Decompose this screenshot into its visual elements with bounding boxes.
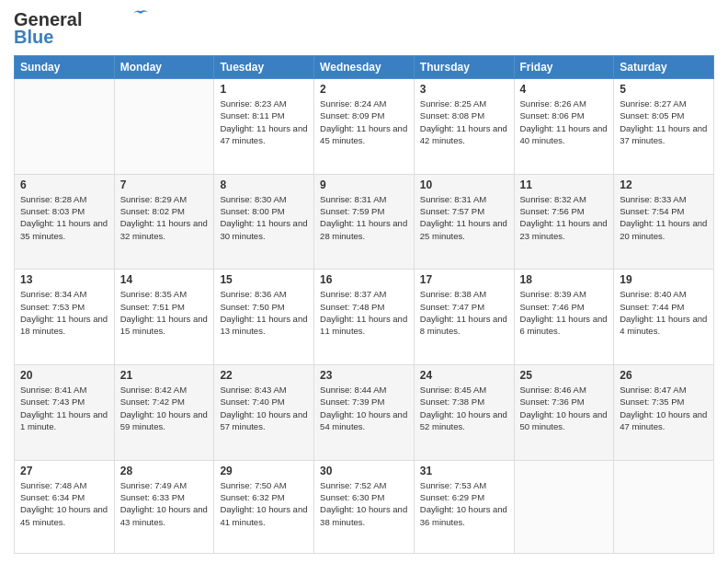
calendar-cell	[514, 460, 614, 553]
day-info: Sunrise: 8:28 AM Sunset: 8:03 PM Dayligh…	[20, 193, 108, 242]
calendar-cell: 20Sunrise: 8:41 AM Sunset: 7:43 PM Dayli…	[15, 364, 115, 460]
calendar-cell: 24Sunrise: 8:45 AM Sunset: 7:38 PM Dayli…	[414, 364, 514, 460]
calendar-cell: 12Sunrise: 8:33 AM Sunset: 7:54 PM Dayli…	[614, 174, 714, 270]
calendar-cell	[614, 460, 714, 553]
col-header-wednesday: Wednesday	[314, 56, 415, 79]
day-info: Sunrise: 8:26 AM Sunset: 8:06 PM Dayligh…	[520, 98, 609, 146]
day-number: 22	[220, 369, 308, 382]
calendar-cell: 30Sunrise: 7:52 AM Sunset: 6:30 PM Dayli…	[314, 460, 415, 553]
calendar-cell: 13Sunrise: 8:34 AM Sunset: 7:53 PM Dayli…	[15, 270, 115, 365]
calendar-cell	[15, 79, 115, 175]
day-info: Sunrise: 8:35 AM Sunset: 7:51 PM Dayligh…	[120, 288, 209, 337]
day-number: 9	[320, 178, 408, 191]
calendar-cell: 23Sunrise: 8:44 AM Sunset: 7:39 PM Dayli…	[314, 364, 415, 460]
calendar-week-row: 27Sunrise: 7:48 AM Sunset: 6:34 PM Dayli…	[15, 460, 714, 553]
day-number: 8	[220, 178, 308, 191]
day-number: 1	[220, 83, 308, 96]
logo-bird-icon	[131, 7, 150, 20]
day-number: 20	[20, 369, 108, 382]
calendar-cell: 1Sunrise: 8:23 AM Sunset: 8:11 PM Daylig…	[214, 79, 314, 175]
page: General Blue SundayMondayTuesdayWednesda…	[0, 0, 728, 563]
calendar-cell: 29Sunrise: 7:50 AM Sunset: 6:32 PM Dayli…	[214, 460, 314, 553]
day-info: Sunrise: 8:30 AM Sunset: 8:00 PM Dayligh…	[220, 193, 308, 242]
calendar-cell: 9Sunrise: 8:31 AM Sunset: 7:59 PM Daylig…	[314, 174, 415, 270]
calendar-cell: 25Sunrise: 8:46 AM Sunset: 7:36 PM Dayli…	[514, 364, 614, 460]
day-info: Sunrise: 7:49 AM Sunset: 6:33 PM Dayligh…	[120, 479, 209, 528]
day-info: Sunrise: 8:46 AM Sunset: 7:36 PM Dayligh…	[520, 384, 609, 432]
calendar-cell: 19Sunrise: 8:40 AM Sunset: 7:44 PM Dayli…	[614, 270, 714, 365]
day-number: 27	[20, 465, 108, 477]
day-info: Sunrise: 7:53 AM Sunset: 6:29 PM Dayligh…	[420, 479, 508, 528]
day-info: Sunrise: 8:43 AM Sunset: 7:40 PM Dayligh…	[220, 384, 308, 432]
calendar-cell: 17Sunrise: 8:38 AM Sunset: 7:47 PM Dayli…	[414, 270, 514, 365]
day-number: 28	[120, 465, 209, 477]
day-info: Sunrise: 8:32 AM Sunset: 7:56 PM Dayligh…	[520, 193, 609, 242]
day-info: Sunrise: 7:48 AM Sunset: 6:34 PM Dayligh…	[20, 479, 108, 528]
calendar-cell: 8Sunrise: 8:30 AM Sunset: 8:00 PM Daylig…	[214, 174, 314, 270]
day-number: 25	[520, 369, 609, 382]
calendar-week-row: 20Sunrise: 8:41 AM Sunset: 7:43 PM Dayli…	[15, 364, 714, 460]
day-info: Sunrise: 8:34 AM Sunset: 7:53 PM Dayligh…	[20, 288, 108, 337]
day-info: Sunrise: 8:38 AM Sunset: 7:47 PM Dayligh…	[420, 288, 508, 337]
day-number: 30	[320, 465, 408, 477]
calendar-cell: 15Sunrise: 8:36 AM Sunset: 7:50 PM Dayli…	[214, 270, 314, 365]
day-info: Sunrise: 8:23 AM Sunset: 8:11 PM Dayligh…	[220, 98, 308, 146]
day-number: 24	[420, 369, 508, 382]
day-info: Sunrise: 8:27 AM Sunset: 8:05 PM Dayligh…	[620, 98, 708, 146]
day-number: 10	[420, 178, 508, 191]
day-info: Sunrise: 8:45 AM Sunset: 7:38 PM Dayligh…	[420, 384, 508, 432]
day-number: 16	[320, 273, 408, 286]
calendar-week-row: 6Sunrise: 8:28 AM Sunset: 8:03 PM Daylig…	[15, 174, 714, 270]
day-info: Sunrise: 8:39 AM Sunset: 7:46 PM Dayligh…	[520, 288, 609, 337]
logo-blue: Blue	[14, 27, 53, 48]
day-number: 4	[520, 83, 609, 96]
day-number: 11	[520, 178, 609, 191]
calendar-cell: 2Sunrise: 8:24 AM Sunset: 8:09 PM Daylig…	[314, 79, 415, 175]
day-number: 2	[320, 83, 408, 96]
calendar-cell: 18Sunrise: 8:39 AM Sunset: 7:46 PM Dayli…	[514, 270, 614, 365]
header: General Blue	[14, 9, 714, 48]
day-info: Sunrise: 7:50 AM Sunset: 6:32 PM Dayligh…	[220, 479, 308, 528]
day-number: 18	[520, 273, 609, 286]
day-info: Sunrise: 8:25 AM Sunset: 8:08 PM Dayligh…	[420, 98, 508, 146]
day-info: Sunrise: 8:31 AM Sunset: 7:57 PM Dayligh…	[420, 193, 508, 242]
day-number: 7	[120, 178, 209, 191]
calendar-cell: 10Sunrise: 8:31 AM Sunset: 7:57 PM Dayli…	[414, 174, 514, 270]
day-info: Sunrise: 8:42 AM Sunset: 7:42 PM Dayligh…	[120, 384, 209, 432]
calendar-table: SundayMondayTuesdayWednesdayThursdayFrid…	[14, 55, 714, 554]
calendar-cell	[114, 79, 214, 175]
day-number: 23	[320, 369, 408, 382]
day-number: 13	[20, 273, 108, 286]
day-info: Sunrise: 8:33 AM Sunset: 7:54 PM Dayligh…	[620, 193, 708, 242]
col-header-thursday: Thursday	[414, 56, 514, 79]
day-info: Sunrise: 8:44 AM Sunset: 7:39 PM Dayligh…	[320, 384, 408, 432]
calendar-week-row: 13Sunrise: 8:34 AM Sunset: 7:53 PM Dayli…	[15, 270, 714, 365]
day-number: 5	[620, 83, 708, 96]
day-number: 31	[420, 465, 508, 477]
calendar-cell: 5Sunrise: 8:27 AM Sunset: 8:05 PM Daylig…	[614, 79, 714, 175]
calendar-cell: 4Sunrise: 8:26 AM Sunset: 8:06 PM Daylig…	[514, 79, 614, 175]
calendar-cell: 27Sunrise: 7:48 AM Sunset: 6:34 PM Dayli…	[15, 460, 115, 553]
day-number: 19	[620, 273, 708, 286]
calendar-cell: 22Sunrise: 8:43 AM Sunset: 7:40 PM Dayli…	[214, 364, 314, 460]
calendar-cell: 6Sunrise: 8:28 AM Sunset: 8:03 PM Daylig…	[15, 174, 115, 270]
day-info: Sunrise: 8:31 AM Sunset: 7:59 PM Dayligh…	[320, 193, 408, 242]
day-info: Sunrise: 8:41 AM Sunset: 7:43 PM Dayligh…	[20, 384, 108, 432]
day-number: 21	[120, 369, 209, 382]
calendar-cell: 28Sunrise: 7:49 AM Sunset: 6:33 PM Dayli…	[114, 460, 214, 553]
calendar-cell: 26Sunrise: 8:47 AM Sunset: 7:35 PM Dayli…	[614, 364, 714, 460]
col-header-monday: Monday	[114, 56, 214, 79]
calendar-cell: 31Sunrise: 7:53 AM Sunset: 6:29 PM Dayli…	[414, 460, 514, 553]
calendar-header-row: SundayMondayTuesdayWednesdayThursdayFrid…	[15, 56, 714, 79]
calendar-cell: 14Sunrise: 8:35 AM Sunset: 7:51 PM Dayli…	[114, 270, 214, 365]
day-number: 12	[620, 178, 708, 191]
day-number: 29	[220, 465, 308, 477]
day-info: Sunrise: 8:36 AM Sunset: 7:50 PM Dayligh…	[220, 288, 308, 337]
calendar-cell: 3Sunrise: 8:25 AM Sunset: 8:08 PM Daylig…	[414, 79, 514, 175]
col-header-friday: Friday	[514, 56, 614, 79]
col-header-sunday: Sunday	[15, 56, 115, 79]
col-header-tuesday: Tuesday	[214, 56, 314, 79]
day-number: 15	[220, 273, 308, 286]
calendar-cell: 7Sunrise: 8:29 AM Sunset: 8:02 PM Daylig…	[114, 174, 214, 270]
day-number: 6	[20, 178, 108, 191]
